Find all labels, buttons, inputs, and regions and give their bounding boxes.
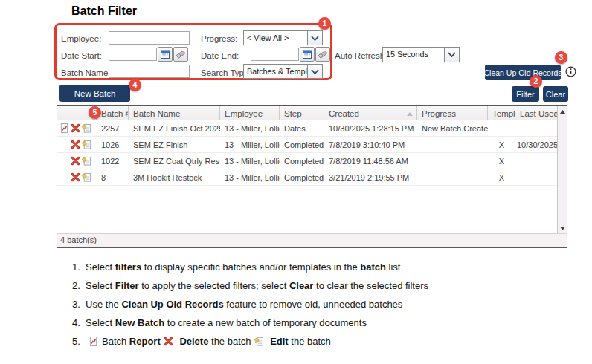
date-start-calendar-button[interactable]: [158, 47, 173, 62]
scroll-down-icon[interactable]: [560, 227, 565, 230]
cell-step: Completed: [280, 140, 324, 149]
instruction-item: 4.Select New Batch to create a new batch…: [72, 317, 548, 329]
instruction-number: 3.: [72, 299, 86, 311]
instruction-plain-text: the batch: [289, 336, 331, 347]
instruction-bold-text: Clear: [289, 280, 314, 291]
instruction-bold-text: Filter: [115, 280, 139, 291]
progress-selected-value: < View All >: [244, 31, 307, 45]
progress-label: Progress:: [201, 34, 237, 43]
cell-step: Completed: [280, 173, 324, 182]
batch-filter-screen: Batch Filter 1 2 3 4 5 Employee: Progres…: [0, 0, 592, 364]
instruction-item: 5.Batch Report Delete the batch Edit the…: [72, 336, 548, 348]
row-actions: [57, 172, 97, 182]
chevron-down-icon[interactable]: [307, 65, 322, 78]
employee-label: Employee:: [61, 34, 101, 43]
table-row[interactable]: 1026SEM EZ Finish13 - Miller, LollieComp…: [57, 137, 558, 153]
cell-batch-num: 1022: [97, 157, 129, 166]
instruction-number: 1.: [72, 261, 86, 273]
table-row[interactable]: 1022SEM EZ Coat Qtrly Restock13 - Miller…: [57, 153, 558, 169]
instruction-plain-text: to create a new batch of temporary docum…: [164, 317, 367, 328]
column-header-batch-name[interactable]: Batch Name: [129, 106, 220, 120]
edit-icon[interactable]: [82, 140, 91, 149]
instruction-list: 1.Select filters to display specific bat…: [72, 261, 548, 354]
date-end-label: Date End:: [201, 51, 239, 60]
instruction-number: 5.: [72, 336, 86, 348]
progress-select[interactable]: < View All >: [243, 30, 323, 45]
created-header-label: Created: [329, 109, 359, 118]
instruction-bold-text: New Batch: [115, 317, 164, 328]
date-start-field[interactable]: [109, 48, 157, 61]
column-header-template[interactable]: Template: [488, 106, 515, 120]
clear-button[interactable]: Clear: [543, 86, 568, 102]
instruction-number: 2.: [72, 280, 86, 292]
icon-spacer: [59, 140, 69, 149]
cell-employee: 13 - Miller, Lollie: [220, 140, 280, 149]
new-batch-button[interactable]: New Batch: [59, 85, 130, 102]
info-icon[interactable]: [565, 66, 576, 77]
search-type-select[interactable]: Batches & Templates: [243, 64, 323, 79]
instruction-plain-text: Select: [86, 317, 115, 328]
batch-name-field[interactable]: [109, 65, 190, 78]
chevron-down-icon[interactable]: [444, 48, 459, 62]
calendar-icon: [160, 49, 170, 59]
instruction-plain-text: list: [386, 261, 401, 273]
cell-step: Dates: [280, 124, 324, 133]
column-header-step[interactable]: Step: [280, 106, 324, 120]
filter-button[interactable]: Filter: [512, 86, 539, 102]
date-start-label: Date Start:: [61, 51, 102, 60]
cell-last-used: 10/30/2025: [515, 140, 558, 149]
delete-icon[interactable]: [71, 123, 80, 133]
table-body: 2257SEM EZ Finish Oct 202513 - Miller, L…: [57, 120, 567, 186]
column-header-created[interactable]: Created: [324, 106, 417, 120]
eraser-icon: [176, 49, 186, 59]
column-header-employee[interactable]: Employee: [220, 106, 280, 120]
edit-icon[interactable]: [82, 172, 91, 182]
instruction-text: Select Filter to apply the selected filt…: [86, 280, 428, 292]
table-row[interactable]: 2257SEM EZ Finish Oct 202513 - Miller, L…: [57, 120, 558, 137]
date-end-field[interactable]: [251, 48, 299, 61]
cell-template: X: [488, 157, 515, 166]
annotation-badge-1: 1: [318, 17, 331, 30]
instruction-item: 1.Select filters to display specific bat…: [72, 261, 548, 273]
instruction-bold-text: filters: [115, 261, 141, 273]
batch-name-label: Batch Name:: [61, 68, 110, 77]
search-type-selected-value: Batches & Templates: [244, 65, 307, 78]
annotation-badge-2: 2: [530, 75, 542, 88]
delete-icon[interactable]: [71, 172, 80, 182]
edit-icon[interactable]: [82, 156, 91, 166]
table-row[interactable]: 83M Hookit Restock13 - Miller, LollieCom…: [57, 169, 558, 186]
cell-step: Completed: [280, 157, 324, 166]
edit-icon[interactable]: [82, 123, 91, 133]
clean-up-old-records-button[interactable]: Clean Up Old Records: [485, 65, 561, 80]
cell-batch-num: 1026: [97, 140, 129, 149]
auto-refresh-select[interactable]: 15 Seconds: [382, 47, 460, 62]
instruction-plain-text: to display specific batches and/or templ…: [141, 261, 360, 273]
instruction-plain-text: Batch: [102, 336, 129, 347]
instruction-plain-text: Use the: [86, 299, 121, 310]
date-end-clear-button[interactable]: [315, 47, 330, 62]
column-header-last-used[interactable]: Last Used: [515, 106, 558, 120]
report-icon: [89, 337, 99, 347]
report-icon[interactable]: [59, 123, 69, 133]
date-end-calendar-button[interactable]: [300, 47, 315, 62]
delete-icon: [164, 337, 174, 347]
column-header-progress[interactable]: Progress: [417, 106, 488, 120]
annotation-badge-4: 4: [129, 79, 141, 91]
delete-icon[interactable]: [71, 140, 80, 149]
auto-refresh-label: Auto Refresh:: [335, 51, 387, 60]
instruction-plain-text: Select: [86, 280, 115, 291]
scroll-up-icon[interactable]: [560, 110, 565, 114]
column-header-batch-num[interactable]: Batch #: [97, 106, 129, 120]
instruction-plain-text: feature to remove old, unneeded batches: [224, 299, 403, 310]
cell-employee: 13 - Miller, Lollie: [220, 157, 280, 166]
cell-created: 3/21/2019 2:19:55 PM: [324, 173, 417, 182]
batch-table: Batch # Batch Name Employee Step Created…: [57, 105, 567, 248]
vertical-scrollbar[interactable]: [557, 106, 567, 234]
instruction-plain-text: the batch: [208, 336, 251, 347]
annotation-badge-3: 3: [555, 51, 567, 64]
employee-field[interactable]: [109, 31, 190, 45]
delete-icon[interactable]: [71, 156, 80, 166]
chevron-down-icon[interactable]: [307, 31, 322, 45]
instruction-text: Use the Clean Up Old Records feature to …: [86, 299, 402, 311]
date-start-clear-button[interactable]: [173, 47, 188, 62]
